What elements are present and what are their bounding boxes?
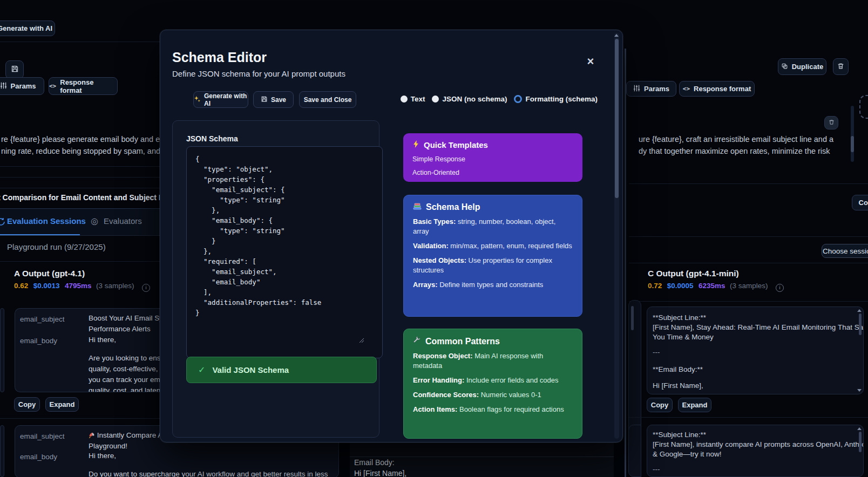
output-line: & Google—try it now! — [653, 450, 722, 458]
schema-help-card: Schema Help Basic Types: string, number,… — [403, 195, 582, 317]
resize-handle-icon[interactable] — [359, 336, 364, 341]
response-format-button-right[interactable]: <> Response format — [679, 81, 755, 97]
result-card-c2: **Subject Line:** [First Name], instantl… — [647, 425, 864, 477]
radio-json-no-schema[interactable]: JSON (no schema) — [432, 95, 507, 103]
save-button[interactable]: Save — [253, 91, 294, 108]
info-icon[interactable]: i — [776, 284, 784, 292]
radio-circle-selected — [514, 95, 522, 103]
copy-button-c[interactable]: Copy — [647, 398, 673, 412]
code-icon: <> — [49, 83, 56, 90]
sliders-icon — [633, 85, 640, 93]
divider — [0, 42, 160, 42]
output-c-title: C Output (gpt-4.1-mini) — [648, 269, 739, 278]
radio-text[interactable]: Text — [401, 95, 425, 103]
output-a-metrics: 0.62 $0.0013 4795ms (3 samples) i — [14, 281, 150, 292]
lightning-bolt-icon — [412, 140, 419, 149]
scroll-up-arrow[interactable] — [857, 427, 862, 430]
prompt-text-line: ning rate, reduce being stopped by spam,… — [1, 147, 160, 155]
scrollbar-thumb[interactable] — [859, 432, 862, 452]
score-value: 0.72 — [648, 282, 662, 290]
app-screen: Generate with AI Params <> Response form… — [0, 0, 868, 477]
samples-count: (3 samples) — [730, 282, 768, 290]
scrollbar-thumb[interactable] — [851, 136, 854, 152]
books-icon — [413, 202, 422, 212]
generate-with-ai-button[interactable]: Generate with AI — [193, 91, 248, 108]
radio-circle — [432, 96, 439, 103]
save-icon-button-bg[interactable] — [5, 60, 24, 79]
delete-message-button[interactable] — [824, 116, 838, 130]
params-label: Params — [11, 82, 36, 90]
radio-circle — [401, 96, 408, 103]
help-entry: Basic Types: string, number, boolean, ob… — [413, 217, 573, 236]
output-line: **Email Body:** — [653, 365, 703, 373]
field-value-line: Playground! — [89, 442, 127, 450]
wrench-icon — [413, 336, 421, 346]
latency-value: 4795ms — [65, 282, 92, 290]
close-icon[interactable]: × — [584, 55, 598, 69]
tab-evaluation-sessions[interactable]: Evaluation Sessions — [7, 216, 86, 226]
pattern-entry: Confidence Scores: Numeric values 0-1 — [413, 390, 573, 400]
choose-session-button[interactable]: Choose session — [822, 244, 868, 258]
sparkles-icon — [194, 96, 201, 104]
response-format-label: Response format — [60, 78, 117, 94]
delete-prompt-button[interactable] — [833, 58, 849, 75]
generate-with-ai-button-bg[interactable]: Generate with AI — [0, 21, 55, 36]
template-simple-response[interactable]: Simple Response — [412, 155, 573, 163]
output-line: **Subject Line:** — [653, 314, 706, 322]
field-label: email_body — [20, 337, 57, 345]
sessions-icon — [0, 217, 5, 228]
valid-schema-message: Valid JSON Schema — [212, 365, 289, 374]
pattern-entry: Response Object: Main AI response with m… — [413, 351, 573, 371]
field-value-line: Hi there, — [89, 452, 116, 460]
dialog-title: Schema Editor — [172, 50, 267, 65]
scrollbar-track[interactable] — [851, 106, 854, 162]
tab-evaluators[interactable]: Evaluators — [104, 216, 142, 226]
output-c-metrics: 0.72 $0.0005 6235ms (3 samples) i — [648, 281, 784, 292]
template-action-oriented[interactable]: Action-Oriented — [412, 169, 573, 176]
expand-button-a[interactable]: Expand — [45, 397, 79, 412]
valid-schema-banner: ✓ Valid JSON Schema — [186, 357, 377, 383]
json-schema-panel: JSON Schema { "type": "object", "propert… — [172, 120, 379, 438]
params-button-left[interactable]: Params — [0, 77, 44, 95]
tab-bar: Evaluation Sessions ◎ Evaluators — [0, 208, 160, 236]
expand-button-c[interactable]: Expand — [678, 398, 711, 412]
help-entry: Nested Objects: Use properties for compl… — [413, 256, 573, 275]
pattern-entry: Action Items: Boolean flags for required… — [413, 405, 573, 414]
score-value: 0.62 — [14, 282, 28, 290]
collapse-button[interactable]: Col — [852, 195, 868, 210]
prompt-text-line: ure {feature}, craft an irresistible ema… — [639, 135, 833, 144]
field-value-line: Performance Alerts — [89, 325, 151, 333]
field-value-line: Do you want to supercharge your AI workf… — [89, 470, 328, 477]
common-patterns-title: Common Patterns — [413, 336, 573, 346]
scrollbar-thumb[interactable] — [859, 314, 862, 335]
prompt-text-line: dy that together maximize open rates, mi… — [639, 147, 830, 155]
sliders-icon — [0, 82, 7, 91]
duplicate-button[interactable]: Duplicate — [778, 58, 826, 75]
scroll-up-arrow[interactable] — [614, 34, 619, 37]
scrollbar-thumb[interactable] — [631, 306, 634, 330]
copy-button-a[interactable]: Copy — [14, 397, 40, 412]
field-label: email_subject — [20, 315, 65, 323]
prompt-text-line: re {feature} please generate email body … — [1, 135, 166, 144]
result-card-c1: **Subject Line:** [First Name], Stay Ahe… — [647, 306, 864, 394]
dashed-drop-target — [859, 95, 868, 119]
check-icon: ✓ — [198, 365, 205, 375]
help-entry: Arrays: Define item types and constraint… — [413, 280, 573, 290]
scroll-up-arrow[interactable] — [857, 309, 862, 312]
modal-scrollbar-thumb[interactable] — [615, 39, 619, 198]
params-button-right[interactable]: Params — [626, 81, 676, 97]
info-icon[interactable]: i — [142, 284, 150, 292]
samples-count: (3 samples) — [96, 282, 134, 290]
scroll-down-arrow[interactable] — [857, 389, 862, 392]
radio-formatting-schema[interactable]: Formatting (schema) — [514, 95, 598, 103]
field-value-line: Instantly Compare A — [89, 431, 162, 440]
trash-icon — [829, 119, 835, 127]
field-value-line: quality, cost, and latenc — [89, 386, 160, 392]
save-and-close-button[interactable]: Save and Close — [299, 91, 356, 108]
response-format-button-left[interactable]: <> Response format — [49, 77, 118, 95]
card-edge-sliver — [0, 308, 4, 392]
output-line: Hi [First Name], — [653, 381, 703, 390]
schema-editor-dialog: Schema Editor Define JSON schema for you… — [160, 30, 623, 442]
schema-code-editor[interactable]: { "type": "object", "properties": { "ema… — [186, 146, 383, 358]
card-edge-sliver — [0, 425, 4, 477]
